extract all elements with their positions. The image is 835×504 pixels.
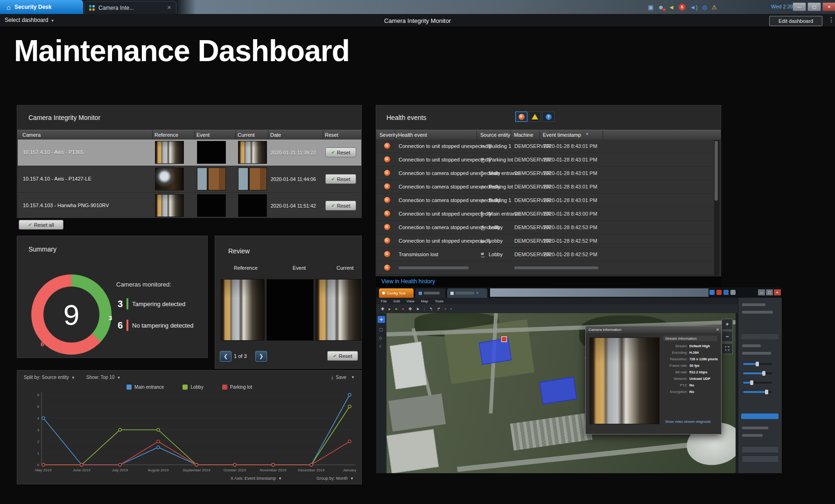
menu-map[interactable]: Map — [421, 299, 428, 303]
legend-item-main-entrance[interactable]: Main entrance — [126, 385, 164, 390]
col-date[interactable]: Date — [270, 132, 281, 138]
show-top-dropdown[interactable]: Show: Top 10▼ — [86, 375, 120, 380]
dialog-close-icon[interactable]: ✕ — [716, 328, 719, 332]
close-button[interactable]: ✕ — [774, 289, 781, 295]
offline-icon[interactable]: ● — [402, 307, 404, 311]
scrollbar-thumb[interactable] — [715, 141, 718, 201]
legend-item-parking-lot[interactable]: Parking lot — [222, 385, 252, 390]
health-event-row[interactable]: ✕Transmission lostLobbyDEMOSERVER2020-01… — [377, 248, 714, 261]
maximize-button[interactable]: ▢ — [807, 2, 821, 11]
online-icon[interactable]: ● — [395, 307, 397, 311]
col-reset[interactable]: Reset — [325, 132, 338, 138]
dialog-title-bar[interactable]: Camera information — [586, 326, 721, 333]
pan-icon[interactable]: ✥ — [408, 307, 412, 311]
fit-view-button[interactable]: ⛶ — [722, 343, 733, 354]
record-icon[interactable] — [716, 290, 722, 295]
close-button[interactable]: ✕ — [822, 2, 835, 11]
tab-map-view[interactable]: ✕ — [447, 288, 487, 298]
review-reset-button[interactable]: ✔ Reset — [327, 351, 358, 361]
tab-camera-integrity[interactable]: Camera Inte... ✕ — [84, 1, 176, 14]
col-camera[interactable]: Camera — [22, 132, 41, 138]
tab-security-desk[interactable]: ⌂ Security Desk — [0, 0, 83, 14]
reset-all-button[interactable]: ✔ Reset all — [19, 220, 63, 230]
tool-icon[interactable]: ◇ — [379, 336, 382, 340]
warning-icon[interactable]: ⚠ — [711, 4, 717, 10]
reset-button[interactable]: ✔Reset — [325, 147, 356, 157]
user-icon[interactable]: ☻ — [658, 4, 664, 10]
menu-tools[interactable]: Tools — [435, 299, 443, 303]
tab-config-tool[interactable]: Config Tool — [379, 288, 414, 298]
undo-icon[interactable]: ↰ — [429, 307, 433, 311]
close-tab-icon[interactable]: ✕ — [167, 5, 171, 11]
settings-icon[interactable] — [730, 290, 736, 295]
selection-tool-active[interactable]: ✛ — [378, 316, 385, 323]
tool-icon[interactable]: ○ — [379, 344, 381, 349]
reset-button[interactable]: ✔Reset — [325, 174, 356, 184]
open-icon[interactable]: ▸ — [389, 307, 391, 311]
grid-icon[interactable]: ▫ — [450, 307, 452, 311]
user-icon[interactable] — [709, 290, 715, 295]
menu-file[interactable]: File — [381, 299, 387, 303]
menu-edit[interactable]: Edit — [393, 299, 400, 303]
health-event-row[interactable]: ✕Connection to unit stopped unexpectedly… — [377, 153, 714, 167]
camera-marker[interactable] — [501, 336, 507, 342]
slider[interactable] — [743, 372, 772, 374]
health-event-row[interactable]: ✕Connection to unit stopped unexpectedly… — [377, 207, 714, 221]
sort-desc-icon[interactable]: ▼ — [585, 132, 589, 136]
show-video-button[interactable] — [742, 446, 779, 453]
cim-table-row[interactable]: 10.157.4.103 - Hanwha PNG-9010RV2020-01-… — [18, 193, 362, 218]
scrollbar[interactable] — [714, 140, 720, 276]
filter-warnings-button[interactable] — [529, 112, 541, 122]
network-icon[interactable] — [723, 290, 729, 295]
save-chart-button[interactable]: ⤓Save▼ — [331, 374, 355, 380]
split-by-dropdown[interactable]: Split by: Source entity▼ — [24, 375, 75, 380]
health-event-row[interactable]: ✕Connection to camera stopped unexpected… — [377, 194, 714, 207]
tab-secondary[interactable] — [415, 288, 445, 298]
layers-icon[interactable]: ▫ — [444, 307, 446, 311]
megaphone-icon[interactable]: ◄ — [668, 4, 674, 10]
x-axis-dropdown[interactable]: X Axis: Event timestamp▼ — [231, 476, 282, 481]
col-event-timestamp[interactable]: Event timestamp — [543, 132, 581, 138]
col-source-entity[interactable]: Source entity — [480, 132, 510, 138]
col-event[interactable]: Event — [196, 132, 210, 138]
cim-table-row[interactable]: 10.157.4.10 - Axis - P1427-LE2020-01-04 … — [18, 166, 362, 193]
stop-recording-button[interactable] — [742, 455, 779, 462]
zoom-out-button[interactable]: − — [722, 331, 733, 342]
legend-item-lobby[interactable]: Lobby — [182, 385, 203, 390]
selected-row[interactable] — [741, 413, 779, 419]
cim-table-row[interactable]: 10.157.4.10 - Axis - P13652020-01-21 11:… — [18, 140, 362, 166]
col-current[interactable]: Current — [238, 132, 255, 138]
alarm-count-badge[interactable]: 5 — [679, 4, 686, 11]
view-health-history-link[interactable]: View in Health history — [381, 278, 435, 285]
health-event-row[interactable]: ✕Connection to unit stopped unexpectedly… — [377, 234, 714, 248]
previous-page-button[interactable]: ❮ — [220, 351, 232, 362]
health-event-row[interactable]: ✕Connection to camera stopped unexpected… — [377, 167, 714, 180]
globe-icon[interactable]: ◍ — [702, 4, 707, 10]
health-event-row[interactable]: ✕Connection to camera stopped unexpected… — [377, 221, 714, 234]
reset-button[interactable]: ✔Reset — [325, 201, 356, 210]
minimize-button[interactable]: — — [758, 289, 765, 295]
close-tab-icon[interactable]: ✕ — [476, 291, 479, 295]
slider[interactable] — [743, 363, 772, 365]
minimize-button[interactable]: — — [793, 2, 806, 11]
filter-info-button[interactable]: ? — [542, 112, 554, 122]
redo-icon[interactable]: ↱ — [437, 307, 441, 311]
monitor-icon[interactable]: ▣ — [648, 4, 653, 10]
slider[interactable] — [743, 391, 772, 393]
filter-errors-button[interactable]: ✕ — [515, 112, 527, 122]
select-icon[interactable]: ➤ — [416, 307, 420, 311]
zoom-in-button[interactable]: + — [722, 319, 733, 330]
slider[interactable] — [743, 382, 772, 384]
more-options-icon[interactable]: ⋮ — [828, 16, 835, 23]
health-event-row[interactable]: ✕Connection to camera stopped unexpected… — [377, 180, 714, 194]
add-icon[interactable]: ✚ — [381, 307, 385, 311]
group-by-dropdown[interactable]: Group by: Month▼ — [316, 476, 354, 481]
col-health-event[interactable]: Health event — [398, 132, 427, 138]
health-event-row[interactable]: ✕Connection to unit stopped unexpectedly… — [377, 140, 714, 153]
speaker-icon[interactable]: ◄) — [690, 4, 698, 10]
tool-icon[interactable]: ▢ — [379, 327, 383, 332]
col-reference[interactable]: Reference — [154, 132, 178, 138]
next-page-button[interactable]: ❯ — [255, 351, 267, 362]
maximize-button[interactable]: ▢ — [766, 289, 773, 295]
edit-dashboard-button[interactable]: Edit dashboard — [769, 16, 822, 26]
